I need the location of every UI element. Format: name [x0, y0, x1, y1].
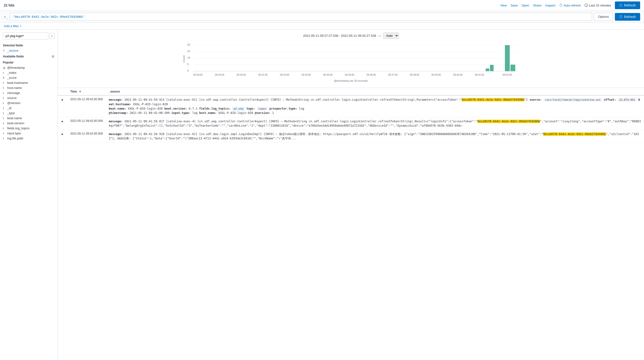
offset-label-1: offset:	[604, 98, 616, 101]
last-time-label: Last 15 minutes	[589, 3, 611, 7]
sidebar-field-source[interactable]: t source	[0, 95, 58, 100]
table-row: ► 2021-05-11 09:42:00.509 message: 2021-…	[58, 117, 644, 130]
interval-select[interactable]: Auto 5s 30s 1m	[383, 32, 399, 39]
refresh-icon	[619, 3, 622, 7]
sidebar-field-version[interactable]: t @version	[0, 100, 58, 106]
inspect-link[interactable]: Inspect	[545, 3, 556, 7]
field-name-index: _index	[7, 71, 16, 74]
sidebar-field-beat-name[interactable]: t beat.name	[0, 116, 58, 121]
svg-text:0: 0	[187, 69, 189, 72]
sidebar-field-beat-version[interactable]: t beat.version	[0, 121, 58, 126]
beat-name-label-1: beat.name: XXGL-P-AIO-login-020	[109, 107, 164, 110]
field-name-input-type: input.type	[7, 132, 21, 135]
field-type-beat-hostname: t	[3, 81, 6, 84]
sidebar-field-beat-hostname[interactable]: t beat.hostname	[0, 80, 58, 85]
svg-text:09:40:00: 09:40:00	[453, 74, 462, 76]
refresh-circle-icon	[559, 3, 563, 7]
add-filter-button[interactable]: Add a filter +	[4, 24, 22, 28]
field-type-timestamp: @	[3, 66, 6, 69]
svg-text:09:36:00: 09:36:00	[366, 74, 376, 76]
sidebar-field-host-name[interactable]: t host.name	[0, 85, 58, 90]
auto-refresh-label: Auto-refresh	[564, 3, 581, 7]
gear-icon[interactable]: ⚙	[52, 55, 55, 58]
field-name-type: _type	[7, 111, 15, 115]
svg-text:09:39:00: 09:39:00	[432, 74, 441, 76]
pt-label-1: prospector.type:	[270, 107, 298, 110]
sidebar-field-log-file-path[interactable]: t log.file.path	[0, 136, 58, 141]
field-type-message: t	[3, 92, 6, 94]
svg-text:@timestamp per 30 seconds: @timestamp per 30 seconds	[334, 79, 368, 82]
svg-rect-13	[505, 45, 510, 71]
field-type-input-type: t	[3, 132, 6, 135]
sidebar-field-log-topics[interactable]: t fields.log_topics	[0, 126, 58, 131]
options-button[interactable]: Options	[594, 13, 613, 21]
query-refresh-button[interactable]: Refresh	[615, 13, 640, 21]
time-col-label: Time	[70, 90, 77, 93]
ts-label-1: @timestamp:	[109, 111, 128, 115]
source-cell-1: message: 2021-05-11 09:41:59 913 [catali…	[106, 95, 644, 117]
sidebar-field-score[interactable]: # _score	[0, 75, 58, 80]
svg-text:10: 10	[187, 56, 190, 59]
time-cell-1: 2021-05-11 09:42:00.509	[68, 95, 106, 117]
offset-val-1: 22,873,952	[618, 98, 636, 102]
source-cell-2: message: 2021-05-11 09:41:59 817 [catali…	[106, 117, 644, 130]
sidebar-field-input-type[interactable]: t input.type	[0, 131, 58, 136]
field-type-source: ?	[3, 49, 6, 52]
field-name-version: @version	[7, 101, 20, 105]
refresh-button[interactable]: Refresh	[615, 1, 640, 9]
time-range-label: 2021-05-11 09:27:27.538 - 2021-05-11 09:…	[303, 34, 376, 37]
field-name-s: source	[7, 96, 16, 100]
popular-title: Popular	[0, 59, 58, 65]
main-layout: p2-ybg-login* ‹ Selected fields ? _sourc…	[0, 29, 644, 360]
index-selector: p2-ybg-login* ‹	[3, 32, 55, 39]
expand-button-2[interactable]: ►	[61, 119, 64, 124]
msg-label-2: message:	[109, 120, 123, 123]
sidebar-field-type[interactable]: t _type	[0, 111, 58, 116]
sidebar-field-message[interactable]: t message	[0, 90, 58, 95]
sidebar-field-timestamp[interactable]: @ @timestamp	[0, 65, 58, 70]
expand-cell-1[interactable]: ►	[58, 95, 68, 117]
field-name-source: _source	[7, 49, 18, 52]
query-bar: >_ Options Refresh	[0, 11, 644, 23]
time-separator: —	[378, 34, 381, 37]
svg-text:Count: Count	[182, 55, 185, 62]
field-type-version: t	[3, 102, 6, 105]
svg-text:09:33:00: 09:33:00	[302, 74, 311, 76]
expand-cell-3[interactable]: ►	[58, 130, 68, 143]
field-name-beat-version: beat.version	[7, 121, 24, 125]
svg-text:09:28:00: 09:28:00	[193, 74, 203, 76]
auto-refresh-button[interactable]: Auto-refresh	[559, 3, 581, 7]
save-link[interactable]: Save	[511, 3, 518, 7]
open-link[interactable]: Open	[522, 3, 529, 7]
src-val-1: /usr/local/tomcat/logs/catalina.out	[544, 98, 602, 102]
msg-val-3a: 2021-05-11 09:41:59 919 [catalina-exec-6…	[124, 132, 544, 136]
msg-val-2a: 2021-05-11 09:41:59 817 [catalina-exec-4…	[124, 120, 478, 123]
tags-val-1: login	[257, 107, 268, 111]
field-type-index: t	[3, 71, 6, 74]
share-link[interactable]: Share	[533, 3, 542, 7]
it-val-1: log	[192, 111, 199, 115]
expand-cell-2[interactable]: ►	[58, 117, 68, 130]
highlight-3a: 0eca9570-6441-4e2e-9d2c-09eb5764506b	[543, 132, 606, 136]
selected-fields-title: Selected fields	[0, 42, 58, 48]
time-cell-3: 2021-05-11 09:42:00.509	[68, 130, 106, 143]
hn-label-1: host.name:	[199, 111, 216, 115]
time-col-header[interactable]: Time ▼	[68, 88, 106, 95]
expand-button-1[interactable]: ►	[61, 98, 64, 102]
content-area: 2021-05-11 09:27:27.538 - 2021-05-11 09:…	[58, 29, 644, 360]
expand-button-3[interactable]: ►	[61, 132, 64, 136]
filter-bar: Add a filter +	[0, 23, 644, 29]
new-link[interactable]: New	[500, 3, 507, 7]
prompt-icon: >_	[4, 15, 8, 19]
sidebar: p2-ybg-login* ‹ Selected fields ? _sourc…	[0, 29, 58, 360]
msg-label-1: message:	[109, 98, 123, 101]
sidebar-collapse-button[interactable]: ‹	[49, 33, 55, 39]
field-name-score: _score	[7, 76, 16, 80]
field-name-message: message	[7, 91, 20, 95]
index-select[interactable]: p2-ybg-login*	[3, 32, 48, 39]
sidebar-field-index[interactable]: t _index	[0, 70, 58, 75]
field-name-host-name: host.name	[7, 86, 22, 90]
sidebar-field-id[interactable]: t _id	[0, 106, 58, 111]
search-input[interactable]	[10, 13, 592, 21]
selected-field-source[interactable]: ? _source	[0, 48, 58, 53]
